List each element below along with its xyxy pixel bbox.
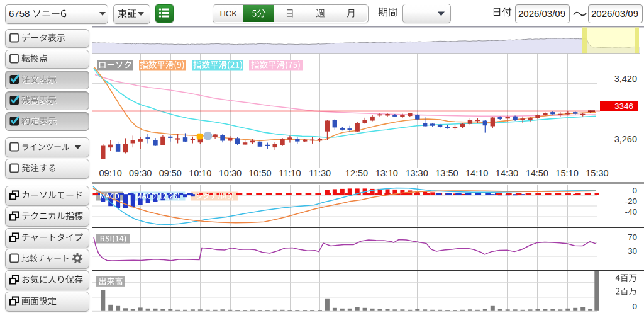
svg-text:0: 0 bbox=[632, 302, 637, 311]
svg-text:14:50: 14:50 bbox=[526, 168, 548, 178]
svg-text:12:50: 12:50 bbox=[345, 168, 368, 178]
svg-text:0: 0 bbox=[632, 186, 637, 195]
svg-text:09:30: 09:30 bbox=[129, 168, 152, 178]
svg-text:10:50: 10:50 bbox=[248, 168, 271, 178]
svg-text:11:10: 11:10 bbox=[279, 168, 301, 178]
svg-text:15:30: 15:30 bbox=[586, 168, 608, 178]
svg-text:10:10: 10:10 bbox=[189, 168, 211, 178]
svg-text:13:50: 13:50 bbox=[435, 168, 458, 178]
svg-text:-40: -40 bbox=[625, 207, 637, 217]
svg-text:15:10: 15:10 bbox=[555, 168, 578, 178]
svg-text:3346: 3346 bbox=[614, 101, 633, 111]
svg-text:-20: -20 bbox=[625, 196, 637, 206]
svg-text:10:30: 10:30 bbox=[219, 168, 242, 178]
svg-text:11:30: 11:30 bbox=[309, 168, 331, 178]
svg-text:30: 30 bbox=[628, 246, 637, 256]
svg-text:13:10: 13:10 bbox=[375, 168, 398, 178]
svg-text:3,420: 3,420 bbox=[614, 74, 637, 84]
svg-text:70: 70 bbox=[628, 232, 637, 242]
svg-text:3,260: 3,260 bbox=[614, 134, 637, 144]
svg-text:09:50: 09:50 bbox=[159, 168, 182, 178]
svg-text:13:30: 13:30 bbox=[405, 168, 428, 178]
svg-text:14:30: 14:30 bbox=[496, 168, 518, 178]
svg-text:14:10: 14:10 bbox=[465, 168, 488, 178]
svg-text:09:10: 09:10 bbox=[99, 168, 122, 178]
